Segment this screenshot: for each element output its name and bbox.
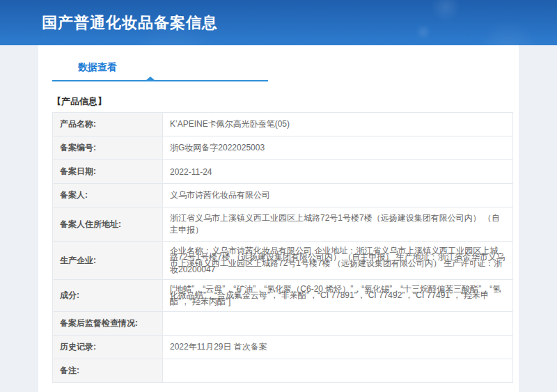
field-value: [163, 312, 513, 336]
field-value: [“地蜡”，“云母”，“矿油”，“氢化聚（C6-20 烯烃）”，“氧化锡”，“十…: [163, 280, 513, 312]
product-info-table: 产品名称: K’APEINE卡佩尔高光卧蚕笔(05) 备案编号: 浙G妆网备字2…: [52, 112, 513, 383]
field-value: K’APEINE卡佩尔高光卧蚕笔(05): [163, 113, 513, 136]
field-value: [163, 359, 513, 383]
field-label: 备案日期:: [53, 160, 163, 184]
tab-bar: 数据查看: [52, 61, 508, 74]
table-row-filing-number: 备案编号: 浙G妆网备字2022025003: [53, 136, 513, 160]
table-row-history: 历史记录: 2022年11月29日 首次备案: [53, 336, 513, 359]
field-value: 2022年11月29日 首次备案: [163, 336, 513, 359]
page-header: 国产普通化妆品备案信息: [0, 0, 557, 45]
field-label: 成分:: [53, 280, 163, 312]
content-card: 数据查看 【产品信息】 产品名称: K’APEINE卡佩尔高光卧蚕笔(05) 备…: [38, 45, 519, 392]
table-row-filing-date: 备案日期: 2022-11-24: [53, 160, 513, 184]
field-label: 备案人住所地址:: [53, 207, 163, 242]
page-title: 国产普通化妆品备案信息: [0, 0, 557, 45]
field-label: 历史记录:: [53, 336, 163, 359]
field-label: 备案编号:: [53, 136, 163, 160]
field-label: 产品名称:: [53, 113, 163, 136]
table-row-registrant-address: 备案人住所地址: 浙江省义乌市上溪镇义西工业园区上城路72号1号楼7楼（远扬建设…: [53, 207, 513, 242]
field-value: 2022-11-24: [163, 160, 513, 184]
table-row-product-name: 产品名称: K’APEINE卡佩尔高光卧蚕笔(05): [53, 113, 513, 136]
tab-indicator-triangle: [146, 77, 155, 80]
field-label: 备案人:: [53, 184, 163, 207]
field-value: 浙G妆网备字2022025003: [163, 136, 513, 160]
product-info-section-title: 【产品信息】: [52, 95, 508, 108]
field-label: 备注:: [53, 359, 163, 383]
table-row-remarks: 备注:: [53, 359, 513, 383]
field-label: 备案后监督检查情况:: [53, 312, 163, 336]
main-background: 数据查看 【产品信息】 产品名称: K’APEINE卡佩尔高光卧蚕笔(05) 备…: [0, 45, 557, 392]
tab-underline: [52, 80, 268, 81]
table-row-ingredients: 成分: [“地蜡”，“云母”，“矿油”，“氢化聚（C6-20 烯烃）”，“氧化锡…: [53, 280, 513, 312]
tab-data-view[interactable]: 数据查看: [78, 61, 117, 74]
field-value: 义乌市诗茜化妆品有限公司: [163, 184, 513, 207]
table-row-supervision: 备案后监督检查情况:: [53, 312, 513, 336]
field-value: 企业名称：义乌市诗茜化妆品有限公司 企业地址：浙江省义乌市上溪镇义西工业园区上城…: [163, 242, 513, 280]
table-row-manufacturer: 生产企业: 企业名称：义乌市诗茜化妆品有限公司 企业地址：浙江省义乌市上溪镇义西…: [53, 242, 513, 280]
field-label: 生产企业:: [53, 242, 163, 280]
field-value: 浙江省义乌市上溪镇义西工业园区上城路72号1号楼7楼（远扬建设集团有限公司内） …: [163, 207, 513, 242]
table-row-registrant: 备案人: 义乌市诗茜化妆品有限公司: [53, 184, 513, 207]
